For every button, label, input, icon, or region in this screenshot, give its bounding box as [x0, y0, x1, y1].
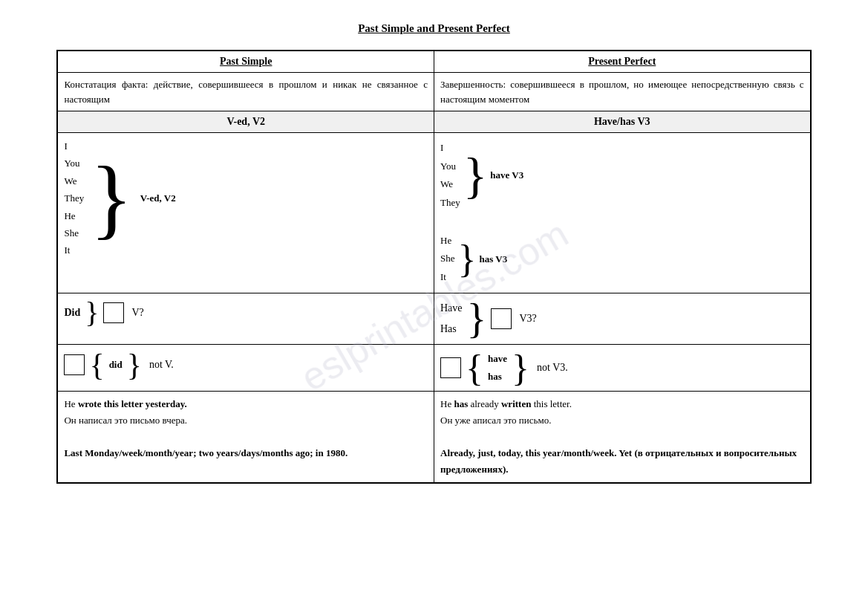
description-row: Констатация факта: действие, совершившее… — [57, 73, 810, 111]
past-did-options: did — [109, 356, 123, 373]
past-v-label: V? — [131, 307, 143, 319]
pronoun-row: I You We They He She It } V-ed, V2 — [57, 133, 810, 293]
pronoun-It-past: It — [64, 241, 84, 259]
present-question-cell: Have Has } V3? — [434, 293, 811, 344]
pp-You: You — [440, 158, 460, 176]
has-v3-label: has V3 — [479, 253, 507, 265]
past-markers-bold: Last Monday/week/month/year; two years/d… — [64, 447, 347, 458]
present-group2: He She It } has V3 — [440, 232, 804, 287]
past-example-sentence: He wrote this letter yesterday. — [64, 396, 428, 412]
has-bold: has — [454, 398, 468, 409]
past-not-v: not V. — [149, 359, 174, 371]
negative-square-present — [440, 357, 461, 378]
present-description: Завершенность: совершившееся в прошлом, … — [434, 73, 811, 111]
present-negative-cell: { have has } not V3. — [434, 344, 811, 391]
present-example-cell: He has already written this letter. Он у… — [434, 391, 811, 483]
did-label: Did — [64, 307, 80, 319]
present-perfect-header: Present Perfect — [434, 51, 811, 73]
past-pronoun-block: I You We They He She It } V-ed, V2 — [64, 137, 428, 259]
pp-I: I — [440, 139, 460, 158]
present-translation: Он уже aписал это письмо. — [440, 412, 804, 429]
negative-square-past — [64, 354, 85, 375]
negative-row: { did } not V. { have has } — [57, 344, 810, 391]
pronoun-They-past: They — [64, 189, 84, 207]
have-option: Have — [440, 298, 463, 319]
present-have-has-neg: have has — [488, 350, 507, 385]
have-v3-label: have V3 — [490, 169, 523, 181]
present-time-markers: Already, just, today, this year/month/we… — [440, 445, 804, 478]
page-title: Past Simple and Present Perfect — [358, 22, 510, 35]
written-bold: written — [501, 398, 531, 409]
did-neg-option: did — [109, 356, 123, 373]
present-formula-header: Have/has V3 — [434, 111, 811, 133]
pronoun-We-past: We — [64, 172, 84, 189]
present-pronoun-cell: I You We They } have V3 — [434, 133, 811, 293]
present-v3-label: V3? — [519, 313, 536, 325]
pp-She: She — [440, 250, 455, 268]
past-simple-header: Past Simple — [57, 51, 434, 73]
present-group1: I You We They } have V3 — [440, 139, 804, 212]
past-formula-text: V-ed, V2 — [140, 192, 176, 204]
past-question-cell: Did } V? — [57, 293, 434, 344]
question-square-present — [491, 308, 512, 329]
pronoun-I-past: I — [64, 137, 84, 155]
pp-He: He — [440, 232, 455, 250]
past-question-layout: Did } V? — [64, 298, 428, 328]
formula-row: V-ed, V2 Have/has V3 — [57, 111, 810, 133]
past-formula-header: V-ed, V2 — [57, 111, 434, 133]
present-markers-bold: Already, just, today, this year/month/we… — [440, 447, 797, 475]
present-group2-list: He She It — [440, 232, 455, 287]
header-row: Past Simple Present Perfect — [57, 51, 810, 73]
has-option: Has — [440, 319, 463, 340]
present-example-sentence: He has already written this letter. — [440, 396, 804, 412]
pp-We: We — [440, 175, 460, 194]
have-neg-option: have — [488, 350, 507, 367]
pronoun-You-past: You — [64, 155, 84, 172]
past-translation: Он написал это письмо вчера. — [64, 412, 428, 429]
present-negative-layout: { have has } not V3. — [440, 349, 804, 386]
pronoun-She-past: She — [64, 224, 84, 241]
past-example-cell: He wrote this letter yesterday. Он напис… — [57, 391, 434, 483]
present-question-layout: Have Has } V3? — [440, 298, 804, 340]
examples-row: He wrote this letter yesterday. Он напис… — [57, 391, 810, 483]
question-square-past — [103, 302, 124, 323]
present-group1-list: I You We They — [440, 139, 460, 212]
wrote-bold: wrote this letter yesterday. — [78, 398, 187, 409]
pp-They: They — [440, 194, 460, 212]
question-row: Did } V? Have Has } — [57, 293, 810, 344]
past-time-markers: Last Monday/week/month/year; two years/d… — [64, 445, 428, 461]
past-description: Констатация факта: действие, совершившее… — [57, 73, 434, 111]
pp-It: It — [440, 268, 455, 287]
past-pronoun-list: I You We They He She It — [64, 137, 84, 259]
pronoun-He-past: He — [64, 207, 84, 224]
present-pronoun-block: I You We They } have V3 — [440, 137, 804, 288]
past-pronoun-cell: I You We They He She It } V-ed, V2 — [57, 133, 434, 293]
past-negative-layout: { did } not V. — [64, 349, 428, 380]
have-has-options: Have Has — [440, 298, 463, 340]
present-not-v3: not V3. — [537, 362, 568, 374]
past-negative-cell: { did } not V. — [57, 344, 434, 391]
main-table: Past Simple Present Perfect Констатация … — [56, 50, 811, 484]
has-neg-option: has — [488, 368, 507, 385]
